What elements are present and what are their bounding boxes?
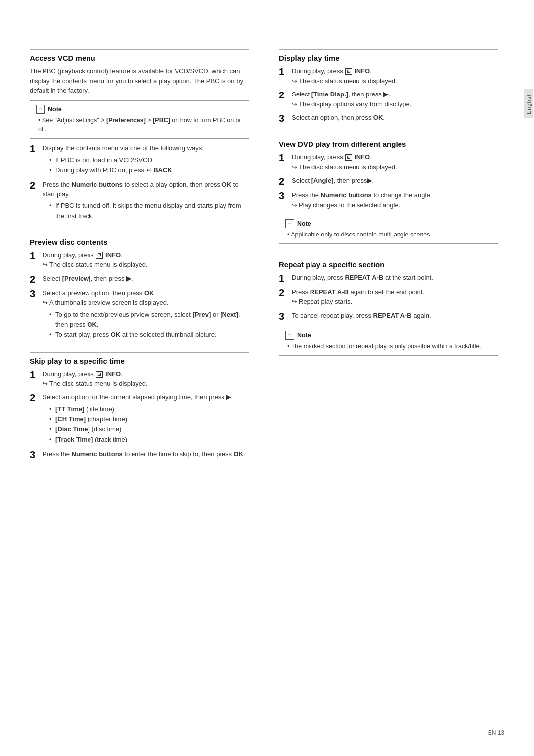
step-item: 2 Select [Preview], then press ▶.	[30, 274, 249, 284]
note-item: Applicable only to discs contain multi-a…	[287, 230, 492, 239]
step-bullet: [TT Time] (title time)	[49, 404, 249, 415]
page-number: EN 13	[488, 729, 504, 736]
access-vcd-menu-title: Access VCD menu	[30, 54, 249, 62]
step-text: Display the contents menu via one of the…	[43, 144, 204, 152]
step-item: 1 During play, press REPEAT A-B at the s…	[279, 273, 498, 284]
step-bullet: To start play, press OK at the selected …	[49, 330, 249, 340]
step-item: 3 To cancel repeat play, press REPEAT A-…	[279, 311, 498, 322]
step-text: During play, press REPEAT A-B at the sta…	[292, 274, 433, 281]
step-text: During play, press ⊡ INFO.	[292, 67, 372, 75]
step-result: Play changes to the selected angle.	[292, 200, 498, 210]
step-item: 3 Press the Numeric buttons to enter the…	[30, 449, 249, 460]
step-text: Press REPEAT A-B again to set the end po…	[292, 288, 424, 296]
step-item: 1 During play, press ⊡ INFO. The disc st…	[30, 250, 249, 270]
step-text: To cancel repeat play, press REPEAT A-B …	[292, 312, 431, 319]
step-item: 2 Press REPEAT A-B again to set the end …	[279, 287, 498, 307]
step-text: Select [Angle], then press▶.	[292, 177, 374, 184]
step-text: Press the Numeric buttons to change the …	[292, 191, 432, 199]
step-bullet: During play with PBC on, press ↩ BACK.	[49, 165, 249, 176]
section-preview-disc-contents: Preview disc contents 1 During play, pre…	[30, 234, 249, 340]
left-column: Access VCD menu The PBC (playback contro…	[30, 49, 259, 707]
step-text: Select a preview option, then press OK.	[43, 289, 156, 297]
note-icon: ≡	[285, 331, 294, 340]
section-display-play-time: Display play time 1 During play, press ⊡…	[279, 49, 498, 124]
step-result: Repeat play starts.	[292, 297, 498, 307]
skip-play-specific-time-title: Skip play to a specific time	[30, 357, 249, 365]
section-repeat-play: Repeat play a specific section 1 During …	[279, 256, 498, 356]
note-label: Note	[48, 106, 62, 113]
step-item: 2 Select [Angle], then press▶.	[279, 176, 498, 187]
repeat-play-steps: 1 During play, press REPEAT A-B at the s…	[279, 273, 498, 322]
preview-disc-steps: 1 During play, press ⊡ INFO. The disc st…	[30, 250, 249, 340]
view-dvd-angles-note: ≡ Note Applicable only to discs contain …	[279, 215, 498, 244]
repeat-play-note: ≡ Note The marked section for repeat pla…	[279, 327, 498, 356]
step-result: The disc status menu is displayed.	[43, 260, 249, 270]
step-item: 3 Press the Numeric buttons to change th…	[279, 190, 498, 210]
section-view-dvd-angles: View DVD play from different angles 1 Du…	[279, 136, 498, 244]
step-bullet: If PBC is on, load in a VCD/SVCD.	[49, 155, 249, 166]
step-item: 2 Select an option for the current elaps…	[30, 392, 249, 445]
side-tab-label: English	[524, 89, 533, 118]
step-item: 3 Select an option, then press OK.	[279, 113, 498, 124]
step-item: 1 During play, press ⊡ INFO. The disc st…	[279, 66, 498, 86]
view-dvd-angles-steps: 1 During play, press ⊡ INFO. The disc st…	[279, 152, 498, 210]
repeat-play-title: Repeat play a specific section	[279, 260, 498, 269]
section-skip-play-specific-time: Skip play to a specific time 1 During pl…	[30, 352, 249, 460]
step-item: 1 During play, press ⊡ INFO. The disc st…	[30, 369, 249, 388]
section-access-vcd-menu: Access VCD menu The PBC (playback contro…	[30, 49, 249, 222]
step-text: Press the Numeric buttons to select a pl…	[43, 181, 239, 198]
display-play-time-steps: 1 During play, press ⊡ INFO. The disc st…	[279, 66, 498, 124]
step-result: A thumbnails preview screen is displayed…	[43, 298, 249, 308]
step-text: During play, press ⊡ INFO.	[43, 370, 123, 378]
access-vcd-menu-note: ≡ Note See "Adjust settings" > [Preferen…	[30, 100, 249, 139]
preview-disc-contents-title: Preview disc contents	[30, 238, 249, 246]
step-text: Press the Numeric buttons to enter the t…	[43, 450, 245, 458]
step-result: The display options vary from disc type.	[292, 99, 498, 109]
display-play-time-title: Display play time	[279, 54, 498, 62]
note-icon: ≡	[36, 105, 45, 114]
note-label: Note	[297, 220, 311, 227]
step-item: 2 Press the Numeric buttons to select a …	[30, 180, 249, 222]
step-bullet: [Track Time] (track time)	[49, 435, 249, 445]
step-item: 1 During play, press ⊡ INFO. The disc st…	[279, 152, 498, 172]
step-text: Select [Preview], then press ▶.	[43, 275, 133, 282]
page-footer: EN 13	[488, 729, 504, 736]
step-text: Select an option for the current elapsed…	[43, 393, 233, 401]
right-column: Display play time 1 During play, press ⊡…	[274, 49, 498, 707]
note-label: Note	[297, 332, 311, 339]
step-item: 1 Display the contents menu via one of t…	[30, 143, 249, 176]
access-vcd-menu-intro: The PBC (playback control) feature is av…	[30, 66, 249, 95]
step-bullet: [CH Time] (chapter time)	[49, 414, 249, 425]
step-item: 3 Select a preview option, then press OK…	[30, 288, 249, 340]
step-result: The disc status menu is displayed.	[292, 76, 498, 86]
step-result: The disc status menu is displayed.	[292, 162, 498, 172]
step-bullet: To go to the next/previous prview screen…	[49, 310, 249, 331]
note-icon: ≡	[285, 219, 294, 228]
note-item: The marked section for repeat play is on…	[287, 342, 492, 351]
view-dvd-angles-title: View DVD play from different angles	[279, 140, 498, 148]
access-vcd-steps: 1 Display the contents menu via one of t…	[30, 143, 249, 222]
step-text: Select an option, then press OK.	[292, 114, 385, 121]
note-item: See "Adjust settings" > [Preferences] > …	[38, 116, 243, 135]
step-bullet: [Disc Time] (disc time)	[49, 425, 249, 435]
step-item: 2 Select [Time Disp.], then press ▶. The…	[279, 90, 498, 109]
step-text: Select [Time Disp.], then press ▶.	[292, 91, 390, 98]
side-tab: English	[523, 0, 534, 756]
step-text: During play, press ⊡ INFO.	[292, 153, 372, 161]
step-text: During play, press ⊡ INFO.	[43, 251, 123, 259]
skip-play-steps: 1 During play, press ⊡ INFO. The disc st…	[30, 369, 249, 460]
step-result: The disc status menu is displayed.	[43, 379, 249, 389]
step-bullet: If PBC is turned off, it skips the menu …	[49, 201, 249, 222]
